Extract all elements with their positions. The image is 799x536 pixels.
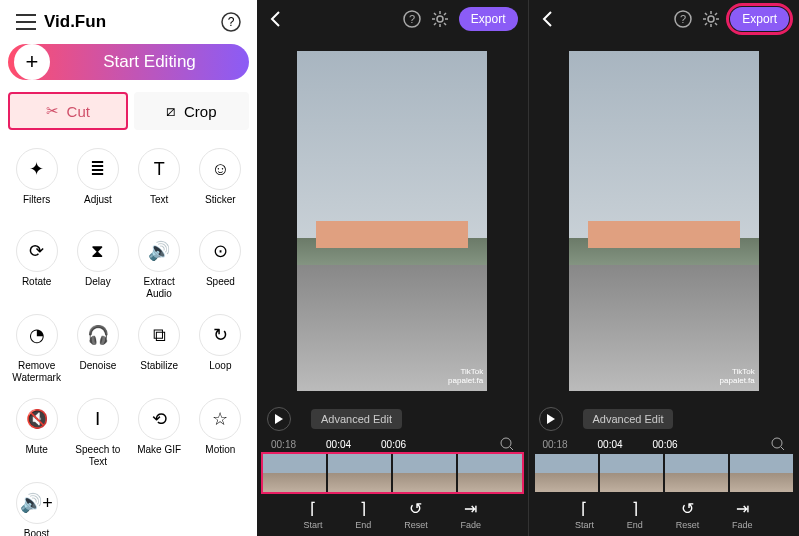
watermark: TikTokpapalet.fa (448, 367, 483, 385)
adjust-icon: ≣ (77, 148, 119, 190)
speed-icon: ⊙ (199, 230, 241, 272)
help-icon[interactable]: ? (221, 12, 241, 32)
trim-start[interactable]: ⌈Start (575, 499, 594, 530)
video-preview: TikTokpapalet.fa (257, 38, 528, 404)
svg-text:?: ? (680, 13, 686, 25)
tool-make-gif[interactable]: ⟲Make GIF (131, 394, 188, 472)
tool-extract-audio[interactable]: 🔊Extract Audio (131, 226, 188, 304)
plus-icon: + (14, 44, 50, 80)
editor-topbar: ? Export (257, 0, 528, 38)
tool-label: Loop (209, 360, 231, 382)
trim-end[interactable]: ⌉End (355, 499, 371, 530)
trim-start[interactable]: ⌈Start (303, 499, 322, 530)
tool-label: Remove Watermark (8, 360, 65, 384)
remove-watermark-icon: ◔ (16, 314, 58, 356)
fade-icon: ⇥ (464, 499, 477, 518)
sticker-icon: ☺ (199, 148, 241, 190)
make-gif-icon: ⟲ (138, 398, 180, 440)
trim-label: End (627, 520, 643, 530)
timeline-ruler: 00:18 00:04 00:06 (529, 434, 800, 454)
back-icon[interactable] (539, 10, 557, 28)
tool-label: Denoise (80, 360, 117, 382)
svg-text:?: ? (409, 13, 415, 25)
clip-duration: 00:18 (271, 439, 296, 450)
filters-icon: ✦ (16, 148, 58, 190)
end-icon: ⌉ (360, 499, 366, 518)
settings-icon[interactable] (702, 10, 720, 28)
tool-label: Stabilize (140, 360, 178, 382)
denoise-icon: 🎧 (77, 314, 119, 356)
tool-delay[interactable]: ⧗Delay (69, 226, 126, 304)
advanced-edit-button[interactable]: Advanced Edit (311, 409, 402, 429)
timeline-thumbnails[interactable] (535, 454, 794, 492)
help-icon[interactable]: ? (674, 10, 692, 28)
tool-text[interactable]: TText (131, 144, 188, 220)
editor-topbar: ? Export (529, 0, 800, 38)
tool-label: Rotate (22, 276, 51, 298)
control-row: Advanced Edit (257, 404, 528, 434)
svg-point-8 (708, 16, 714, 22)
rotate-icon: ⟳ (16, 230, 58, 272)
time-marker: 00:06 (381, 439, 406, 450)
tool-boost-volume[interactable]: 🔊+Boost Volume (8, 478, 65, 536)
tool-label: Adjust (84, 194, 112, 216)
tool-mute[interactable]: 🔇Mute (8, 394, 65, 472)
video-canvas[interactable]: TikTokpapalet.fa (297, 51, 487, 391)
text-icon: T (138, 148, 180, 190)
tab-crop[interactable]: ⧄ Crop (134, 92, 250, 130)
tool-loop[interactable]: ↻Loop (192, 310, 249, 388)
tool-denoise[interactable]: 🎧Denoise (69, 310, 126, 388)
control-row: Advanced Edit (529, 404, 800, 434)
trim-reset[interactable]: ↺Reset (404, 499, 428, 530)
tool-label: Extract Audio (131, 276, 188, 300)
trim-tools: ⌈Start⌉End↺Reset⇥Fade (529, 492, 800, 536)
tool-motion[interactable]: ☆Motion (192, 394, 249, 472)
tab-crop-label: Crop (184, 103, 217, 120)
start-editing-label: Start Editing (50, 52, 249, 72)
tool-label: Boost Volume (8, 528, 65, 536)
extract-audio-icon: 🔊 (138, 230, 180, 272)
menu-icon[interactable] (16, 13, 36, 31)
zoom-icon[interactable] (500, 437, 514, 451)
export-button[interactable]: Export (459, 7, 518, 31)
tool-label: Text (150, 194, 168, 216)
tool-stabilize[interactable]: ⧉Stabilize (131, 310, 188, 388)
tab-cut[interactable]: ✂ Cut (8, 92, 128, 130)
svg-point-9 (772, 438, 782, 448)
video-canvas[interactable]: TikTokpapalet.fa (569, 51, 759, 391)
tool-speed[interactable]: ⊙Speed (192, 226, 249, 304)
trim-fade[interactable]: ⇥Fade (461, 499, 482, 530)
play-button[interactable] (267, 407, 291, 431)
tool-filters[interactable]: ✦Filters (8, 144, 65, 220)
app-title: Vid.Fun (44, 12, 213, 32)
trim-label: Reset (404, 520, 428, 530)
advanced-edit-button[interactable]: Advanced Edit (583, 409, 674, 429)
stabilize-icon: ⧉ (138, 314, 180, 356)
timeline-thumbnails[interactable] (263, 454, 522, 492)
help-icon[interactable]: ? (403, 10, 421, 28)
trim-fade[interactable]: ⇥Fade (732, 499, 753, 530)
trim-label: End (355, 520, 371, 530)
delay-icon: ⧗ (77, 230, 119, 272)
tool-adjust[interactable]: ≣Adjust (69, 144, 126, 220)
tool-remove-watermark[interactable]: ◔Remove Watermark (8, 310, 65, 388)
crop-icon: ⧄ (166, 102, 176, 120)
tool-label: Make GIF (137, 444, 181, 466)
tool-sticker[interactable]: ☺Sticker (192, 144, 249, 220)
loop-icon: ↻ (199, 314, 241, 356)
tool-rotate[interactable]: ⟳Rotate (8, 226, 65, 304)
trim-reset[interactable]: ↺Reset (676, 499, 700, 530)
play-button[interactable] (539, 407, 563, 431)
tool-label: Mute (26, 444, 48, 466)
trim-label: Start (303, 520, 322, 530)
back-icon[interactable] (267, 10, 285, 28)
export-button[interactable]: Export (730, 7, 789, 31)
trim-end[interactable]: ⌉End (627, 499, 643, 530)
speech-to-text-icon: Ⅰ (77, 398, 119, 440)
settings-icon[interactable] (431, 10, 449, 28)
trim-label: Reset (676, 520, 700, 530)
zoom-icon[interactable] (771, 437, 785, 451)
editor-panel-left: ? Export TikTokpapalet.fa Advanced Edit … (257, 0, 528, 536)
start-editing-button[interactable]: + Start Editing (8, 44, 249, 80)
tool-speech-to-text[interactable]: ⅠSpeech to Text (69, 394, 126, 472)
